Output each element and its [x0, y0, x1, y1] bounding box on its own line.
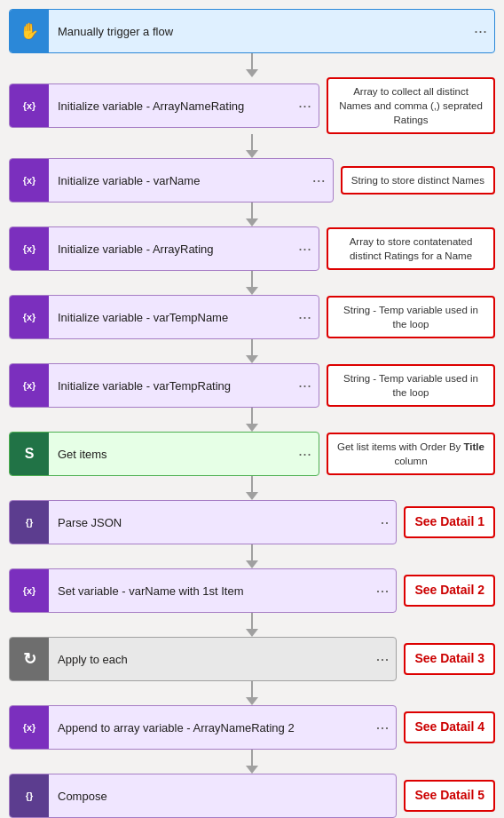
set-var-name-label: Set variable - varName with 1st Item	[49, 577, 368, 605]
append-array-card[interactable]: {x} Append to array variable - ArrayName…	[9, 705, 397, 750]
init-array-name-rating-dots[interactable]: ···	[291, 97, 319, 115]
tooltip-10: See Datail 4	[404, 711, 495, 743]
apply-each-dots[interactable]: ···	[368, 650, 396, 669]
init-array-name-rating-card[interactable]: {x} Initialize variable - ArrayNameRatin…	[9, 83, 319, 128]
init-var-temp-rating-label: Initialize variable - varTempRating	[49, 372, 291, 400]
set-var-name-dots[interactable]: ···	[368, 582, 396, 600]
parse-json-icon: {}	[10, 501, 49, 544]
tooltip-7: See Datail 1	[404, 506, 495, 538]
set-var-name-card[interactable]: {x} Set variable - varName with 1st Item…	[9, 568, 397, 613]
tooltip-3: Array to store contatenated distinct Rat…	[327, 227, 495, 270]
trigger-dots[interactable]: ···	[467, 22, 494, 41]
step-parse-json: {} Parse JSON ·· See Datail 1	[9, 500, 495, 544]
connector-0	[246, 53, 258, 77]
tooltip-5: String - Temp variable used in the loop	[327, 364, 495, 407]
tooltip-2: String to store distinct Names	[341, 166, 495, 195]
init-var-name-dots[interactable]: ···	[305, 171, 333, 190]
tooltip-9: See Datail 3	[404, 643, 495, 675]
sharepoint-icon: S	[10, 433, 49, 475]
init-var-temp-name-label: Initialize variable - varTempName	[49, 304, 291, 331]
parse-json-dots[interactable]: ··	[373, 513, 396, 532]
append-array-icon: {x}	[10, 706, 49, 749]
connector-4	[246, 339, 258, 363]
tooltip-1: Array to collect all distinct Names and …	[327, 77, 495, 134]
get-items-card[interactable]: S Get items ···	[9, 432, 319, 476]
init-array-rating-card[interactable]: {x} Initialize variable - ArrayRating ··…	[9, 226, 319, 271]
compose-card[interactable]: {} Compose	[9, 774, 397, 818]
compose-icon: {}	[10, 774, 49, 817]
init-icon-4: {x}	[10, 296, 49, 338]
tooltip-4: String - Temp variable used in the loop	[327, 296, 495, 338]
apply-each-card[interactable]: ↻ Apply to each ···	[9, 637, 397, 681]
get-items-label: Get items	[49, 441, 291, 468]
step-init-var-name: {x} Initialize variable - varName ··· St…	[9, 158, 495, 203]
tooltip-6-part1: Get list items with Order By	[337, 441, 464, 452]
step-init-var-temp-rating: {x} Initialize variable - varTempRating …	[9, 363, 495, 408]
tooltip-11: See Datail 5	[404, 780, 495, 812]
step-init-array-rating: {x} Initialize variable - ArrayRating ··…	[9, 226, 495, 271]
step-compose: {} Compose See Datail 5	[9, 774, 495, 818]
init-var-name-label: Initialize variable - varName	[49, 167, 305, 195]
init-icon-1: {x}	[10, 84, 49, 127]
get-items-dots[interactable]: ···	[291, 445, 319, 464]
connector-2	[246, 203, 258, 226]
append-array-dots[interactable]: ···	[368, 719, 396, 737]
init-icon-2: {x}	[10, 159, 49, 202]
trigger-icon: ✋	[10, 10, 49, 52]
step-init-array-name-rating: {x} Initialize variable - ArrayNameRatin…	[9, 77, 495, 134]
init-array-rating-label: Initialize variable - ArrayRating	[49, 235, 291, 263]
step-init-var-temp-name: {x} Initialize variable - varTempName ··…	[9, 295, 495, 339]
step-append-array: {x} Append to array variable - ArrayName…	[9, 705, 495, 750]
step-apply-each: ↻ Apply to each ··· See Datail 3	[9, 637, 495, 681]
connector-10	[246, 750, 258, 774]
init-array-name-rating-label: Initialize variable - ArrayNameRating	[49, 92, 291, 120]
init-var-temp-name-dots[interactable]: ···	[291, 308, 319, 327]
trigger-label: Manually trigger a flow	[49, 18, 467, 45]
tooltip-6-bold: Title	[464, 441, 484, 452]
init-array-rating-dots[interactable]: ···	[291, 240, 319, 258]
connector-1	[246, 134, 258, 158]
connector-6	[246, 476, 258, 500]
init-var-temp-name-card[interactable]: {x} Initialize variable - varTempName ··…	[9, 295, 319, 339]
connector-8	[246, 613, 258, 637]
connector-7	[246, 544, 258, 568]
apply-each-label: Apply to each	[49, 646, 368, 673]
compose-label: Compose	[49, 782, 396, 810]
connector-3	[246, 271, 258, 295]
connector-5	[246, 408, 258, 432]
init-icon-3: {x}	[10, 227, 49, 270]
init-var-temp-rating-card[interactable]: {x} Initialize variable - varTempRating …	[9, 363, 319, 408]
init-var-name-card[interactable]: {x} Initialize variable - varName ···	[9, 158, 334, 203]
parse-json-label: Parse JSON	[49, 509, 373, 536]
step-trigger: ✋ Manually trigger a flow ···	[9, 9, 495, 53]
apply-each-icon: ↻	[10, 638, 49, 680]
append-array-label: Append to array variable - ArrayNameRati…	[49, 714, 368, 742]
set-var-icon: {x}	[10, 569, 49, 612]
init-var-temp-rating-dots[interactable]: ···	[291, 377, 319, 395]
connector-9	[246, 681, 258, 705]
parse-json-card[interactable]: {} Parse JSON ··	[9, 500, 397, 544]
step-get-items: S Get items ··· Get list items with Orde…	[9, 432, 495, 476]
tooltip-8: See Datail 2	[404, 575, 495, 607]
tooltip-6-part2: column	[394, 456, 427, 466]
step-set-var-name: {x} Set variable - varName with 1st Item…	[9, 568, 495, 613]
flow-container: ✋ Manually trigger a flow ··· {x} Initia…	[0, 9, 504, 818]
init-icon-5: {x}	[10, 364, 49, 407]
trigger-card[interactable]: ✋ Manually trigger a flow ···	[9, 9, 495, 53]
tooltip-6: Get list items with Order By Title colum…	[327, 433, 495, 475]
